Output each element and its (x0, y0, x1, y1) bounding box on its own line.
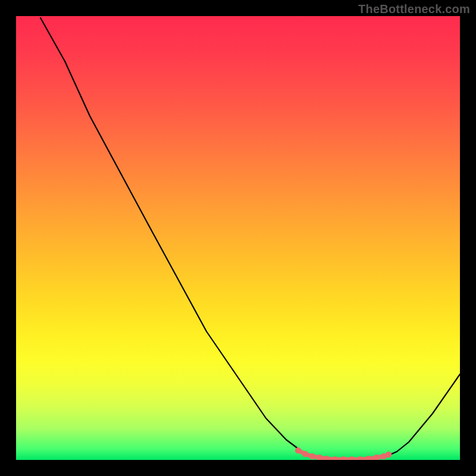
flat-region-dot (365, 456, 371, 460)
flat-region-dot (340, 456, 346, 460)
flat-region-dot (302, 451, 308, 457)
flat-region-dot (349, 456, 355, 460)
bottleneck-curve (40, 18, 460, 459)
flat-region-dot (309, 453, 315, 459)
flat-region-dot (386, 452, 392, 458)
flat-region-dot (295, 447, 301, 453)
plot-area (16, 16, 460, 460)
flat-region-dot (332, 456, 338, 460)
curve-layer (16, 16, 460, 460)
watermark-text: TheBottleneck.com (358, 2, 470, 16)
flat-region-markers (295, 447, 392, 460)
chart-frame: TheBottleneck.com (0, 0, 476, 476)
flat-region-dot (357, 456, 363, 460)
